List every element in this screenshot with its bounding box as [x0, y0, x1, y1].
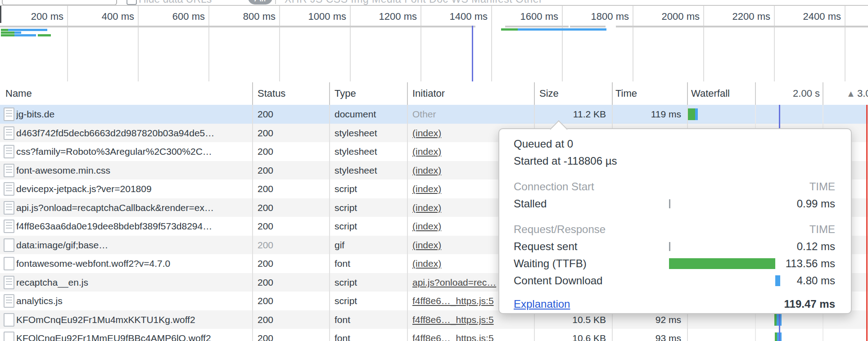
- tooltip-time-column-header: TIME: [809, 221, 835, 238]
- document-icon: [4, 276, 14, 289]
- request-name: devicepx-jetpack.js?ver=201809: [16, 179, 249, 198]
- initiator-link[interactable]: f4ff8e6…_https.js:5: [412, 296, 494, 306]
- request-name: d463f742fd5decb6663d2d987820b03a94de5…: [16, 124, 249, 143]
- initiator-link[interactable]: f4ff8e6…_https.js:5: [412, 333, 494, 341]
- tooltip-queued: Queued at 0: [514, 135, 835, 153]
- tooltip-timing-row: Stalled0.99 ms: [514, 195, 835, 212]
- file-icon: [4, 257, 14, 270]
- timing-value: 0.12 ms: [797, 238, 835, 255]
- filter-separator: [275, 0, 276, 4]
- status-code: 200: [258, 329, 273, 341]
- status-code: 200: [258, 198, 273, 217]
- status-code: 200: [258, 124, 273, 143]
- status-code: 200: [258, 254, 273, 273]
- initiator-cell: Other: [412, 105, 533, 124]
- body-column-divider: [329, 105, 330, 341]
- size-cell: 10.6 KB: [572, 329, 606, 341]
- column-header-waterfall[interactable]: Waterfall: [691, 82, 730, 105]
- hide-data-urls-label: Hide data URLs: [139, 0, 212, 5]
- column-header-time[interactable]: Time: [615, 82, 637, 105]
- load-event-line: [866, 105, 868, 341]
- column-header-name[interactable]: Name: [5, 82, 32, 105]
- initiator-link[interactable]: (index): [412, 221, 441, 231]
- time-cell: 119 ms: [651, 105, 681, 124]
- hide-data-urls-checkbox[interactable]: [127, 0, 137, 5]
- ruler-tick-label: 400 ms: [67, 11, 134, 22]
- overview-divider: [505, 26, 569, 27]
- initiator-link[interactable]: (index): [412, 165, 441, 175]
- column-header-size[interactable]: Size: [539, 82, 559, 105]
- overview-divider: [570, 26, 606, 27]
- filter-input[interactable]: [2, 0, 117, 5]
- timing-tick: [669, 199, 670, 208]
- size-cell: 11.2 KB: [573, 105, 606, 124]
- request-type: script: [335, 179, 357, 198]
- timing-duration-bar: [669, 258, 775, 269]
- ruler-tick-label: 2400 ms: [773, 11, 841, 22]
- overview-request-bar: [38, 34, 51, 36]
- timing-tooltip: Queued at 0 Started at -118806 µs Connec…: [498, 128, 852, 314]
- status-code: 200: [258, 217, 273, 236]
- document-icon: [4, 108, 14, 121]
- request-name: api.js?onload=recaptchaCallback&render=e…: [16, 198, 249, 217]
- request-name: font-awesome.min.css: [16, 161, 249, 180]
- initiator-link[interactable]: (index): [412, 146, 441, 157]
- overview-request-bar: [501, 28, 518, 31]
- tooltip-section-header: Request/ResponseTIME: [514, 221, 835, 238]
- document-icon: [4, 201, 14, 215]
- filter-type-pills[interactable]: XHR JS CSS Img Media Font Doc WS Manifes…: [285, 0, 542, 5]
- header-column-divider: [252, 82, 253, 105]
- document-icon: [4, 164, 14, 177]
- overview-request-bar: [518, 28, 606, 31]
- header-column-divider: [407, 82, 408, 105]
- document-icon: [4, 220, 14, 233]
- request-name: KFOlCnqEu92Fr1MmEU9fBBc4AMP6lQ.woff2: [16, 329, 249, 341]
- request-name: analytics.js: [16, 292, 249, 310]
- request-type: script: [335, 292, 357, 310]
- filter-pill-all[interactable]: All: [248, 0, 272, 4]
- ruler-tick-label: 1400 ms: [420, 11, 488, 22]
- initiator-link[interactable]: f4ff8e6…_https.js:5: [412, 314, 494, 325]
- status-code: 200: [258, 292, 273, 310]
- waterfall-3s-label-cut: 3.0: [857, 82, 868, 105]
- ruler-tick-label: 2200 ms: [703, 11, 770, 22]
- request-type: script: [335, 198, 357, 217]
- initiator-link[interactable]: (index): [412, 184, 441, 194]
- file-icon: [4, 313, 14, 327]
- initiator-link[interactable]: (index): [412, 202, 441, 213]
- header-column-divider: [687, 82, 688, 105]
- table-row[interactable]: jg-bits.de200documentOther11.2 KB119 ms: [0, 105, 868, 124]
- initiator-text: Other: [412, 109, 436, 119]
- initiator-cell: f4ff8e6…_https.js:5: [412, 329, 533, 341]
- overview-divider: [616, 26, 868, 27]
- initiator-link[interactable]: (index): [412, 128, 441, 138]
- request-name: recaptcha__en.js: [16, 273, 249, 292]
- column-header-initiator[interactable]: Initiator: [412, 82, 445, 105]
- overview-request-bar: [1, 34, 14, 36]
- overview-request-bar: [1, 31, 14, 34]
- table-row[interactable]: KFOlCnqEu92Fr1MmEU9fBBc4AMP6lQ.woff2200f…: [0, 329, 868, 341]
- request-type: font: [335, 310, 350, 329]
- header-column-divider: [534, 82, 535, 105]
- initiator-link[interactable]: api.js?onload=rec…: [412, 277, 496, 287]
- overview-domcontentloaded-line: [472, 26, 473, 81]
- tooltip-section-header: Connection StartTIME: [514, 178, 835, 195]
- timing-value: 113.56 ms: [786, 255, 835, 272]
- explanation-link[interactable]: Explanation: [514, 298, 570, 310]
- waterfall-header-gridline: [823, 82, 823, 105]
- timing-value: 0.99 ms: [797, 195, 835, 212]
- column-header-type[interactable]: Type: [335, 82, 356, 105]
- initiator-link[interactable]: (index): [412, 258, 441, 269]
- tooltip-section-gap: [514, 212, 835, 221]
- initiator-link[interactable]: (index): [412, 240, 441, 250]
- request-name: css?family=Roboto%3Aregular%2C300%2C…: [16, 142, 249, 161]
- column-header-status[interactable]: Status: [258, 82, 285, 105]
- tooltip-total-time: 119.47 ms: [784, 296, 835, 313]
- status-code: 200: [258, 310, 273, 329]
- ruler-tick-label: 2000 ms: [632, 11, 700, 22]
- request-name: fontawesome-webfont.woff2?v=4.7.0: [16, 254, 249, 273]
- waterfall-header-gridline: [755, 82, 756, 105]
- overview-divider: [0, 26, 475, 27]
- overview-request-bar: [8, 29, 47, 31]
- body-column-divider: [407, 105, 408, 341]
